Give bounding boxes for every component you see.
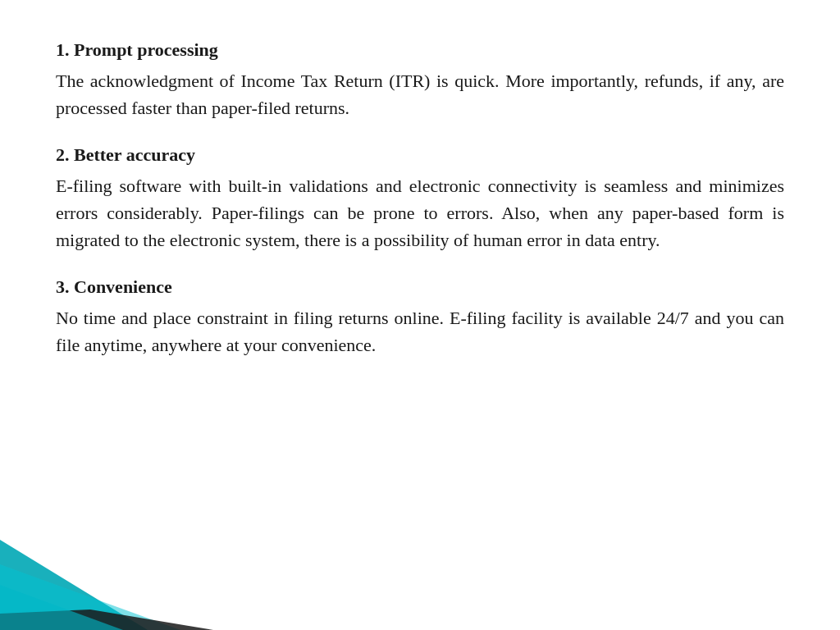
section1-body: The acknowledgment of Income Tax Return … — [56, 67, 784, 121]
section-better-accuracy: 2. Better accuracy E-filing software wit… — [56, 144, 784, 253]
content-area: 1. Prompt processing The acknowledgment … — [0, 0, 840, 414]
section2-heading: 2. Better accuracy — [56, 144, 784, 166]
section3-heading: 3. Convenience — [56, 276, 784, 298]
corner-decoration — [0, 523, 230, 630]
section3-body: No time and place constraint in filing r… — [56, 304, 784, 358]
section2-body: E-filing software with built-in validati… — [56, 172, 784, 253]
slide: 1. Prompt processing The acknowledgment … — [0, 0, 840, 630]
section-prompt-processing: 1. Prompt processing The acknowledgment … — [56, 39, 784, 121]
section1-heading: 1. Prompt processing — [56, 39, 784, 61]
section-convenience: 3. Convenience No time and place constra… — [56, 276, 784, 358]
